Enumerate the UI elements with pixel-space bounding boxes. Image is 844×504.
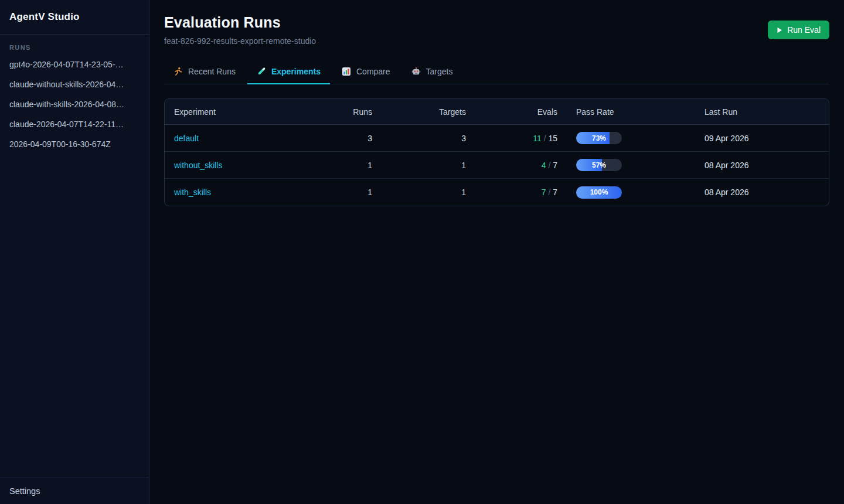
evals-cell: 4 / 7: [475, 161, 567, 170]
title-block: Evaluation Runs feat-826-992-results-exp…: [164, 14, 316, 46]
evals-separator: /: [546, 188, 553, 197]
pass-rate-pill: 57%: [576, 159, 622, 171]
table-row: default 3 3 11 / 15 73% 09 Apr 2026: [165, 125, 829, 152]
evals-total: 7: [553, 161, 557, 170]
col-header-targets: Targets: [382, 107, 475, 117]
targets-cell: 1: [382, 161, 475, 170]
settings-link[interactable]: Settings: [9, 486, 40, 496]
col-header-experiment: Experiment: [165, 107, 300, 117]
evals-separator: /: [546, 161, 553, 170]
tab-compare[interactable]: Compare: [332, 62, 400, 84]
experiment-link[interactable]: without_skills: [174, 161, 222, 170]
experiment-link[interactable]: with_skills: [174, 188, 211, 197]
table-row: with_skills 1 1 7 / 7 100% 08 Apr 2026: [165, 179, 829, 206]
evals-passed: 7: [542, 188, 546, 197]
evals-cell: 11 / 15: [475, 134, 567, 143]
page-title: Evaluation Runs: [164, 14, 316, 31]
targets-cell: 3: [382, 134, 475, 143]
table-body: default 3 3 11 / 15 73% 09 Apr 2026 with…: [165, 125, 829, 206]
tab-recent-runs[interactable]: Recent Runs: [164, 62, 245, 84]
tab-label: Experiments: [271, 67, 321, 76]
run-list: gpt4o-2026-04-07T14-23-05-…claude-withou…: [0, 55, 149, 154]
runner-icon: [173, 67, 183, 76]
sidebar-header: AgentV Studio: [0, 0, 149, 35]
experiments-table: Experiment Runs Targets Evals Pass Rate …: [164, 98, 829, 206]
run-eval-label: Run Eval: [787, 25, 821, 35]
col-header-evals: Evals: [475, 107, 567, 117]
col-header-last-run: Last Run: [695, 107, 829, 117]
pass-rate-pill: 100%: [576, 186, 622, 199]
robot-icon: [411, 67, 421, 76]
evals-total: 15: [548, 134, 557, 143]
sidebar-run-item[interactable]: gpt4o-2026-04-07T14-23-05-…: [0, 55, 149, 74]
sidebar-run-item[interactable]: claude-without-skills-2026-04…: [0, 74, 149, 94]
play-icon: [777, 27, 782, 33]
targets-cell: 1: [382, 188, 475, 197]
last-run-cell: 08 Apr 2026: [695, 161, 829, 170]
bar-chart-icon: [342, 67, 351, 76]
table-row: without_skills 1 1 4 / 7 57% 08 Apr 2026: [165, 152, 829, 179]
page-subtitle: feat-826-992-results-export-remote-studi…: [164, 36, 316, 46]
evals-separator: /: [542, 134, 549, 143]
evals-passed: 4: [542, 161, 546, 170]
run-eval-button[interactable]: Run Eval: [768, 21, 829, 39]
tab-label: Compare: [356, 67, 390, 76]
pass-rate-cell: 100%: [567, 186, 695, 199]
evals-passed: 11: [533, 134, 542, 143]
pass-rate-label: 57%: [576, 159, 622, 171]
experiment-link[interactable]: default: [174, 134, 199, 143]
main-header: Evaluation Runs feat-826-992-results-exp…: [164, 14, 829, 46]
sidebar: AgentV Studio RUNS gpt4o-2026-04-07T14-2…: [0, 0, 149, 504]
col-header-pass-rate: Pass Rate: [567, 107, 695, 117]
tab-targets[interactable]: Targets: [402, 62, 462, 84]
pass-rate-label: 100%: [576, 186, 622, 199]
pass-rate-pill: 73%: [576, 132, 622, 144]
tab-experiments[interactable]: Experiments: [247, 62, 330, 84]
evals-cell: 7 / 7: [475, 188, 567, 197]
table-header-row: Experiment Runs Targets Evals Pass Rate …: [165, 99, 829, 125]
runs-cell: 1: [300, 161, 382, 170]
evals-total: 7: [553, 188, 557, 197]
main-content: Evaluation Runs feat-826-992-results-exp…: [149, 0, 844, 504]
app-title: AgentV Studio: [9, 11, 80, 23]
pass-rate-cell: 57%: [567, 159, 695, 171]
runs-cell: 1: [300, 188, 382, 197]
test-tube-icon: [257, 67, 266, 76]
tab-label: Targets: [426, 67, 453, 76]
last-run-cell: 08 Apr 2026: [695, 188, 829, 197]
sidebar-run-item[interactable]: claude-with-skills-2026-04-08…: [0, 94, 149, 114]
pass-rate-cell: 73%: [567, 132, 695, 144]
sidebar-footer: Settings: [0, 478, 149, 504]
sidebar-spacer: [0, 154, 149, 478]
sidebar-run-item[interactable]: claude-2026-04-07T14-22-11…: [0, 114, 149, 134]
pass-rate-label: 73%: [576, 132, 622, 144]
last-run-cell: 09 Apr 2026: [695, 134, 829, 143]
tab-bar: Recent Runs Experiments Compare: [164, 62, 829, 84]
runs-section-label: RUNS: [9, 44, 139, 51]
col-header-runs: Runs: [300, 107, 382, 117]
sidebar-run-item[interactable]: 2026-04-09T00-16-30-674Z: [0, 134, 149, 154]
tab-label: Recent Runs: [188, 67, 236, 76]
runs-cell: 3: [300, 134, 382, 143]
